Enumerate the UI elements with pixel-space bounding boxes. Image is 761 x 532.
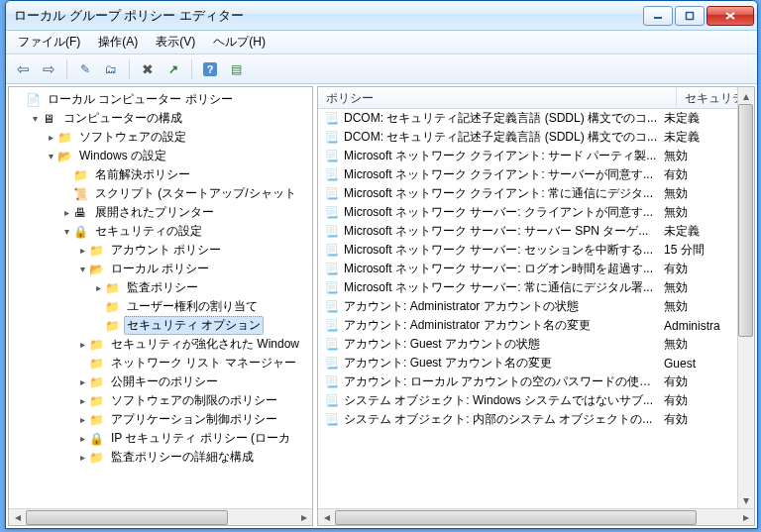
collapse-icon[interactable]: ▾: [60, 226, 72, 237]
tree-item-label: 名前解決ポリシー: [92, 165, 193, 184]
tree-item-label: スクリプト (スタートアップ/シャット: [92, 184, 299, 203]
list-row[interactable]: システム オブジェクト: 内部のシステム オブジェクトの...有効: [318, 410, 737, 429]
list-row[interactable]: Microsoft ネットワーク クライアント: 常に通信にデジタ...無効: [318, 184, 737, 203]
menu-action[interactable]: 操作(A): [90, 31, 146, 53]
script-icon: [72, 186, 88, 202]
list-row[interactable]: アカウント: Guest アカウントの状態無効: [318, 335, 737, 354]
policy-name: アカウント: Guest アカウント名の変更: [344, 355, 664, 372]
tree-hscroll[interactable]: ◂ ▸: [9, 508, 312, 525]
list-row[interactable]: アカウント: Administrator アカウントの状態無効: [318, 297, 737, 316]
scroll-right-icon[interactable]: ▸: [737, 510, 754, 525]
expand-icon[interactable]: ▸: [76, 395, 88, 406]
scroll-down-icon[interactable]: ▾: [738, 491, 754, 508]
list-row[interactable]: Microsoft ネットワーク サーバー: ログオン時間を超過す...有効: [318, 260, 737, 278]
list-hscroll[interactable]: ◂ ▸: [318, 508, 754, 525]
policy-icon: [324, 167, 340, 183]
policy-icon: [324, 224, 340, 240]
menu-view[interactable]: 表示(V): [148, 31, 203, 53]
collapse-icon[interactable]: ▾: [76, 264, 88, 274]
scroll-left-icon[interactable]: ◂: [9, 510, 26, 525]
scroll-up-icon[interactable]: ▴: [738, 87, 754, 104]
tree-item[interactable]: ローカル コンピューター ポリシー: [9, 90, 312, 109]
tree-item[interactable]: ▸アカウント ポリシー: [9, 241, 312, 260]
menu-help[interactable]: ヘルプ(H): [205, 31, 273, 53]
tree-item[interactable]: ネットワーク リスト マネージャー: [9, 354, 312, 372]
list-icon: [231, 62, 242, 76]
collapse-icon[interactable]: ▾: [45, 151, 56, 161]
close-button[interactable]: [707, 6, 754, 26]
expand-icon[interactable]: ▸: [76, 376, 88, 387]
expand-icon[interactable]: ▸: [76, 414, 88, 425]
hscroll-thumb[interactable]: [26, 510, 228, 525]
collapse-icon[interactable]: ▾: [29, 113, 41, 124]
tree-item[interactable]: ▸監査ポリシーの詳細な構成: [9, 448, 312, 467]
tree-item[interactable]: ▸IP セキュリティ ポリシー (ローカ: [9, 429, 312, 448]
policy-name: アカウント: ローカル アカウントの空のパスワードの使用...: [344, 373, 664, 390]
expand-icon[interactable]: ▸: [92, 282, 104, 293]
lock-icon: [72, 224, 88, 240]
tree[interactable]: ローカル コンピューター ポリシー▾コンピューターの構成▸ソフトウェアの設定▾W…: [9, 87, 312, 470]
list-row[interactable]: Microsoft ネットワーク クライアント: サーバーが同意す...有効: [318, 165, 737, 184]
tree-item[interactable]: ▸監査ポリシー: [9, 278, 312, 297]
list-row[interactable]: Microsoft ネットワーク サーバー: 常に通信にデジタル署...無効: [318, 278, 737, 297]
policy-setting: 有効: [664, 166, 737, 183]
list-row[interactable]: Microsoft ネットワーク サーバー: サーバー SPN ターゲ...未定…: [318, 222, 737, 241]
column-policy[interactable]: ポリシー: [318, 87, 677, 108]
tree-item[interactable]: ▸ソフトウェアの設定: [9, 128, 312, 147]
help-button[interactable]: [199, 58, 221, 80]
list-row[interactable]: Microsoft ネットワーク サーバー: セッションを中断する...15 分…: [318, 241, 737, 260]
tree-item[interactable]: 名前解決ポリシー: [9, 165, 312, 184]
list-row[interactable]: アカウント: Guest アカウント名の変更Guest: [318, 354, 737, 372]
maximize-button[interactable]: [675, 6, 705, 26]
tree-item[interactable]: ▾セキュリティの設定: [9, 222, 312, 241]
tree-item[interactable]: ▸展開されたプリンター: [9, 203, 312, 222]
tree-item[interactable]: ユーザー権利の割り当て: [9, 297, 312, 316]
expand-icon[interactable]: ▸: [76, 433, 88, 444]
list[interactable]: DCOM: セキュリティ記述子定義言語 (SDDL) 構文でのコ...未定義DC…: [318, 109, 737, 508]
expand-icon[interactable]: ▸: [76, 452, 88, 463]
tree-item[interactable]: セキュリティ オプション: [9, 316, 312, 335]
folder-icon: [104, 280, 120, 296]
tree-item[interactable]: ▸セキュリティが強化された Window: [9, 335, 312, 354]
scroll-right-icon[interactable]: ▸: [295, 510, 312, 525]
tree-item[interactable]: ▸ソフトウェアの制限のポリシー: [9, 391, 312, 410]
list-row[interactable]: DCOM: セキュリティ記述子定義言語 (SDDL) 構文でのコ...未定義: [318, 109, 737, 128]
expand-icon[interactable]: ▸: [76, 245, 88, 256]
policy-icon: [324, 149, 340, 164]
up-button[interactable]: [74, 58, 96, 80]
expand-icon[interactable]: ▸: [76, 339, 88, 350]
vscroll-thumb[interactable]: [738, 104, 753, 337]
tree-item[interactable]: ▸アプリケーション制御ポリシー: [9, 410, 312, 429]
policy-name: アカウント: Administrator アカウント名の変更: [344, 317, 664, 334]
hscroll-track[interactable]: [335, 510, 737, 525]
tree-item[interactable]: ▾ローカル ポリシー: [9, 260, 312, 278]
hscroll-track[interactable]: [26, 510, 295, 525]
expand-icon[interactable]: ▸: [60, 207, 72, 218]
forward-button[interactable]: [38, 58, 59, 80]
scroll-left-icon[interactable]: ◂: [318, 510, 335, 525]
list-row[interactable]: アカウント: Administrator アカウント名の変更Administra: [318, 316, 737, 335]
list-vscroll[interactable]: ▴ ▾: [737, 87, 754, 508]
tree-item[interactable]: スクリプト (スタートアップ/シャット: [9, 184, 312, 203]
folder-icon: [88, 450, 104, 466]
back-button[interactable]: [12, 58, 34, 80]
tree-item[interactable]: ▸公開キーのポリシー: [9, 372, 312, 391]
tree-item-label: ネットワーク リスト マネージャー: [108, 354, 299, 372]
policy-setting: 無効: [664, 204, 737, 221]
expand-icon[interactable]: ▸: [45, 132, 56, 143]
minimize-button[interactable]: [643, 6, 673, 26]
delete-button[interactable]: [137, 58, 159, 80]
export-button[interactable]: [163, 58, 184, 80]
vscroll-track[interactable]: [738, 104, 754, 491]
menu-file[interactable]: ファイル(F): [10, 31, 88, 53]
list-row[interactable]: アカウント: ローカル アカウントの空のパスワードの使用...有効: [318, 372, 737, 391]
show-hide-tree-button[interactable]: [100, 58, 122, 80]
tree-item[interactable]: ▾コンピューターの構成: [9, 109, 312, 128]
list-row[interactable]: Microsoft ネットワーク クライアント: サード パーティ製...無効: [318, 147, 737, 165]
hscroll-thumb[interactable]: [335, 510, 697, 525]
list-row[interactable]: Microsoft ネットワーク サーバー: クライアントが同意す...無効: [318, 203, 737, 222]
list-row[interactable]: システム オブジェクト: Windows システムではないサブ...有効: [318, 391, 737, 410]
tree-item[interactable]: ▾Windows の設定: [9, 147, 312, 165]
list-button[interactable]: [225, 58, 247, 80]
list-row[interactable]: DCOM: セキュリティ記述子定義言語 (SDDL) 構文でのコ...未定義: [318, 128, 737, 147]
